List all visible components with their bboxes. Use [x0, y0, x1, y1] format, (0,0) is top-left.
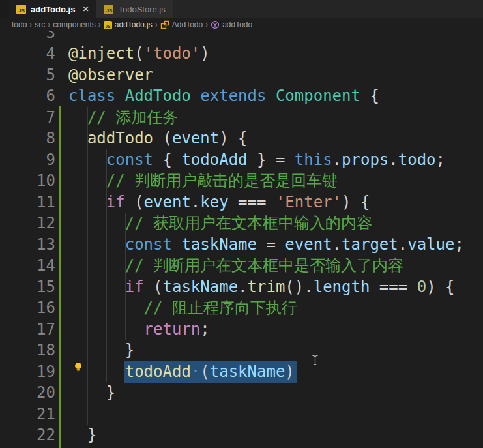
chevron-right-icon	[205, 20, 208, 29]
code-token: )	[285, 363, 294, 381]
code-token	[191, 87, 200, 105]
chevron-right-icon	[98, 20, 101, 29]
code-token	[68, 278, 125, 296]
symbol-class-icon	[160, 20, 169, 29]
selected-text: todoAdd·(taskName)	[124, 361, 297, 383]
lightbulb-icon[interactable]	[73, 361, 83, 373]
code-line[interactable]: 7 // 添加任务	[0, 107, 483, 128]
code-token: .	[388, 151, 398, 169]
code-line[interactable]: 9 const { todoAdd } = this.props.todo;	[0, 149, 483, 171]
code-comment: // 阻止程序向下执行	[144, 299, 297, 317]
line-number[interactable]: 4	[0, 43, 55, 65]
line-number[interactable]: 3	[0, 31, 55, 43]
line-number[interactable]: 16	[0, 297, 55, 319]
code-token: }	[68, 426, 96, 444]
breadcrumb-item-src[interactable]: src	[35, 20, 45, 29]
line-number[interactable]: 14	[0, 255, 55, 276]
code-token	[68, 151, 106, 169]
code-line[interactable]: 20 }	[0, 382, 483, 404]
code-token: {	[360, 87, 379, 105]
line-number[interactable]: 8	[0, 128, 55, 149]
code-token: extends	[200, 87, 266, 105]
breadcrumb-item-components[interactable]: components	[53, 20, 95, 29]
line-number[interactable]: 10	[0, 170, 55, 192]
code-text: }	[68, 382, 115, 404]
line-number[interactable]: 9	[0, 149, 55, 171]
line-number[interactable]: 6	[0, 85, 55, 107]
line-number[interactable]: 12	[0, 213, 55, 234]
editor-tab-bar: JS addTodo.js JS TodoStore.js	[0, 0, 483, 18]
line-number[interactable]: 21	[0, 404, 55, 425]
line-number[interactable]: 19	[0, 361, 55, 383]
code-comment: // 获取用户在文本框中输入的内容	[125, 214, 372, 232]
code-token: event	[144, 193, 191, 211]
line-number[interactable]: 18	[0, 340, 55, 361]
code-token: const	[106, 151, 153, 169]
tabbar-left-strip	[0, 0, 9, 18]
code-line[interactable]: 22 }	[0, 425, 483, 446]
code-line[interactable]: 16 // 阻止程序向下执行	[0, 297, 483, 319]
code-line[interactable]: 6class AddTodo extends Component {	[0, 85, 483, 107]
breadcrumb-item-file[interactable]: JS addTodo.js	[104, 20, 153, 29]
code-line[interactable]: 10 // 判断用户敲击的是否是回车键	[0, 170, 483, 192]
code-line[interactable]: 18 }	[0, 340, 483, 361]
symbol-method-icon	[211, 20, 220, 29]
code-line[interactable]: 21	[0, 404, 483, 425]
code-line[interactable]: 17 return;	[0, 319, 483, 340]
code-line[interactable]: 3	[0, 31, 483, 43]
code-token	[68, 129, 87, 147]
code-editor[interactable]: 34@inject('todo')5@observer6class AddTod…	[0, 31, 483, 448]
code-text: if (taskName.trim().length === 0) {	[68, 276, 454, 298]
code-token: @observer	[68, 66, 153, 84]
code-text: }	[68, 340, 134, 361]
code-line[interactable]: 11 if (event.key === 'Enter') {	[0, 192, 483, 213]
code-token: key	[200, 193, 228, 211]
code-line[interactable]: 14 // 判断用户在文本框中是否输入了内容	[0, 255, 483, 276]
code-text: const taskName = event.target.value;	[68, 234, 464, 256]
code-token: 0	[417, 278, 426, 296]
code-text: @observer	[68, 65, 153, 86]
code-token: (	[125, 193, 144, 211]
tab-label: addTodo.js	[31, 5, 75, 14]
code-token: }	[68, 341, 134, 359]
code-token	[68, 172, 106, 190]
line-number[interactable]: 20	[0, 382, 55, 404]
code-line[interactable]: 13 const taskName = event.target.value;	[0, 234, 483, 256]
code-line[interactable]: 15 if (taskName.trim().length === 0) {	[0, 276, 483, 298]
line-number[interactable]: 17	[0, 319, 55, 340]
code-token: @inject	[68, 44, 134, 63]
code-token: ) {	[219, 129, 247, 147]
line-number[interactable]: 7	[0, 107, 55, 128]
code-line[interactable]: 4@inject('todo')	[0, 43, 483, 65]
code-token: }	[68, 383, 115, 402]
tab-addtodo-js[interactable]: JS addTodo.js	[9, 0, 96, 18]
line-number[interactable]: 11	[0, 192, 55, 213]
close-icon[interactable]	[82, 5, 89, 13]
breadcrumb-item-method[interactable]: addTodo	[211, 20, 252, 29]
line-number[interactable]: 22	[0, 425, 55, 446]
chevron-right-icon	[155, 20, 158, 29]
line-number[interactable]: 15	[0, 276, 55, 298]
code-token: todoAdd	[181, 151, 247, 169]
code-token: .	[332, 235, 342, 254]
code-token: } =	[248, 151, 295, 169]
line-number[interactable]: 5	[0, 65, 55, 86]
chevron-right-icon	[48, 20, 50, 29]
js-file-icon: JS	[16, 5, 26, 14]
chevron-right-icon	[29, 20, 32, 29]
code-text: todoAdd·(taskName)	[68, 361, 295, 383]
tab-todostore-js[interactable]: JS TodoStore.js	[96, 0, 172, 18]
code-token: (	[153, 129, 172, 147]
code-text: // 添加任务	[68, 107, 178, 128]
code-line[interactable]: 8 addTodo (event) {	[0, 128, 483, 149]
code-token: event	[172, 129, 219, 147]
code-line[interactable]: 12 // 获取用户在文本框中输入的内容	[0, 213, 483, 234]
code-token: 'todo'	[144, 44, 201, 63]
breadcrumb-item-class[interactable]: AddTodo	[160, 20, 203, 29]
code-token: taskName	[163, 278, 239, 296]
code-token: 'Enter'	[276, 193, 342, 211]
breadcrumb-item-todo[interactable]: todo	[12, 20, 27, 29]
line-number[interactable]: 13	[0, 234, 55, 256]
code-token: event	[285, 235, 332, 254]
code-line[interactable]: 5@observer	[0, 65, 483, 86]
